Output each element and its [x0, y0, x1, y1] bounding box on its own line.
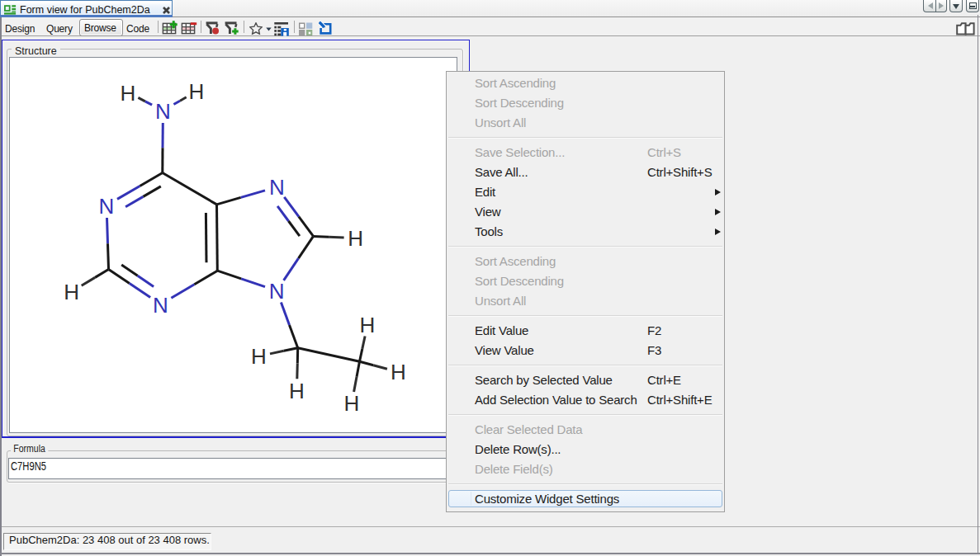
svg-text:N: N — [269, 279, 285, 304]
svg-text:H: H — [188, 79, 204, 104]
svg-text:H: H — [121, 81, 136, 106]
svg-text:H: H — [344, 391, 360, 416]
svg-text:H: H — [360, 313, 376, 337]
svg-text:H: H — [348, 226, 363, 251]
svg-text:H: H — [391, 360, 406, 384]
svg-text:N: N — [269, 175, 285, 200]
svg-text:H: H — [289, 379, 305, 403]
svg-text:N: N — [155, 99, 171, 124]
svg-text:N: N — [99, 194, 115, 219]
svg-text:H: H — [251, 344, 267, 369]
svg-text:H: H — [64, 280, 79, 304]
svg-text:N: N — [153, 293, 168, 318]
